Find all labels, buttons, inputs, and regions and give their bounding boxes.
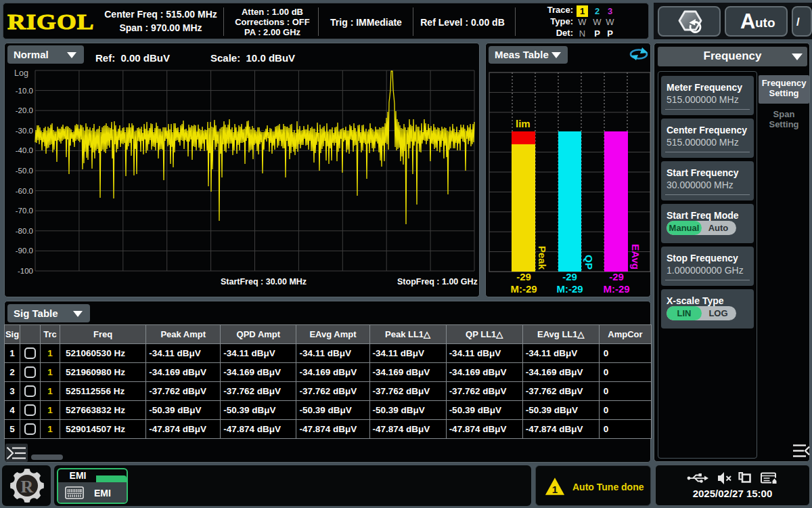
svg-text:R: R [21, 477, 34, 496]
svg-text:-29: -29 [562, 271, 577, 282]
svg-text:Log: Log [14, 68, 28, 78]
svg-text:-80.0: -80.0 [16, 227, 33, 235]
svg-text:-60.0: -60.0 [16, 187, 33, 195]
svg-text:-20.0: -20.0 [16, 106, 33, 114]
svg-text:EAvg: EAvg [630, 244, 641, 270]
svg-text:-29: -29 [516, 271, 531, 282]
svg-text:M:-29: M:-29 [510, 283, 537, 295]
svg-text:lim: lim [516, 118, 531, 129]
svg-text:M:-29: M:-29 [603, 283, 629, 295]
svg-text:1: 1 [552, 484, 558, 495]
svg-text:Peak: Peak [537, 246, 548, 270]
svg-text:-10.0: -10.0 [16, 87, 33, 95]
svg-text:M:-29: M:-29 [556, 283, 583, 295]
svg-text:QP: QP [583, 255, 595, 270]
svg-text:-30.0: -30.0 [16, 127, 33, 135]
svg-text:-70.0: -70.0 [16, 207, 33, 215]
svg-text:-29: -29 [609, 271, 624, 282]
svg-text:-100: -100 [18, 267, 33, 275]
svg-text:-40.0: -40.0 [16, 146, 33, 154]
svg-text:-90.0: -90.0 [16, 247, 33, 255]
svg-text:-50.0: -50.0 [16, 167, 33, 175]
